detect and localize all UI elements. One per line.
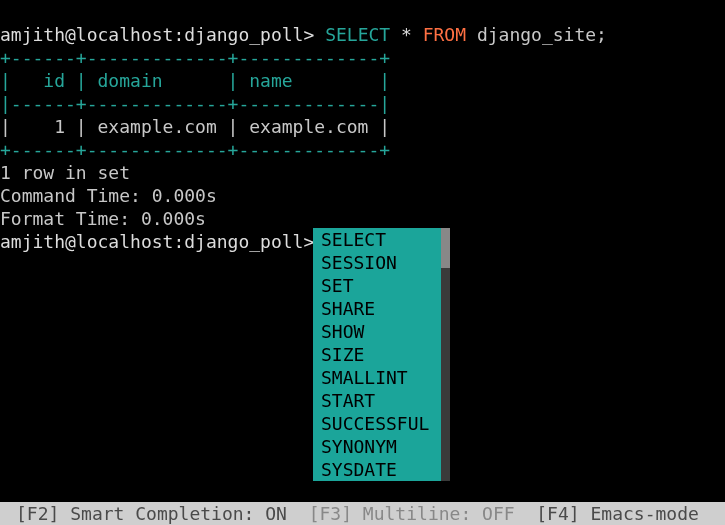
- completion-item[interactable]: SESSION: [321, 251, 433, 274]
- f4-key: [F4]: [536, 503, 579, 524]
- completion-item[interactable]: SIZE: [321, 343, 433, 366]
- table-row: | 1 | example.com | example.com |: [0, 116, 390, 137]
- current-input-line[interactable]: amjith@localhost:django_poll> s: [0, 231, 347, 252]
- f3-value: OFF: [482, 503, 515, 524]
- f3-key: [F3]: [309, 503, 352, 524]
- table-sep-mid: |------+-------------+-------------|: [0, 93, 390, 114]
- f2-key: [F2]: [16, 503, 59, 524]
- f4-label: Emacs-mode: [590, 503, 698, 524]
- table-sep-bot: +------+-------------+-------------+: [0, 139, 390, 160]
- sql-star: *: [401, 24, 412, 45]
- f2-label: Smart Completion:: [70, 503, 254, 524]
- prompt-text-2: amjith@localhost:django_poll>: [0, 231, 314, 252]
- sql-select: SELECT: [325, 24, 390, 45]
- completion-item[interactable]: SYSDATE: [321, 458, 433, 481]
- rows-summary: 1 row in set: [0, 162, 130, 183]
- completion-item[interactable]: SMALLINT: [321, 366, 433, 389]
- format-time: Format Time: 0.000s: [0, 208, 206, 229]
- completion-popup[interactable]: SELECT SESSION SET SHARE SHOW SIZE SMALL…: [313, 228, 441, 481]
- completion-item[interactable]: SHOW: [321, 320, 433, 343]
- f3-label: Multiline:: [363, 503, 471, 524]
- completion-item[interactable]: START: [321, 389, 433, 412]
- completion-item[interactable]: SYNONYM: [321, 435, 433, 458]
- sql-table: django_site;: [477, 24, 607, 45]
- status-bar: [F2] Smart Completion: ON [F3] Multiline…: [0, 502, 725, 525]
- completion-item[interactable]: SUCCESSFUL: [321, 412, 433, 435]
- f2-value: ON: [265, 503, 287, 524]
- prompt-line-1: amjith@localhost:django_poll> SELECT * F…: [0, 24, 607, 45]
- completion-scrollbar-thumb[interactable]: [441, 228, 450, 268]
- table-sep-top: +------+-------------+-------------+: [0, 47, 390, 68]
- completion-item[interactable]: SHARE: [321, 297, 433, 320]
- command-time: Command Time: 0.000s: [0, 185, 217, 206]
- table-header: | id | domain | name |: [0, 70, 390, 91]
- terminal-output: amjith@localhost:django_poll> SELECT * F…: [0, 0, 725, 253]
- sql-from: FROM: [423, 24, 466, 45]
- completion-item[interactable]: SET: [321, 274, 433, 297]
- prompt-text: amjith@localhost:django_poll>: [0, 24, 314, 45]
- completion-item[interactable]: SELECT: [321, 228, 433, 251]
